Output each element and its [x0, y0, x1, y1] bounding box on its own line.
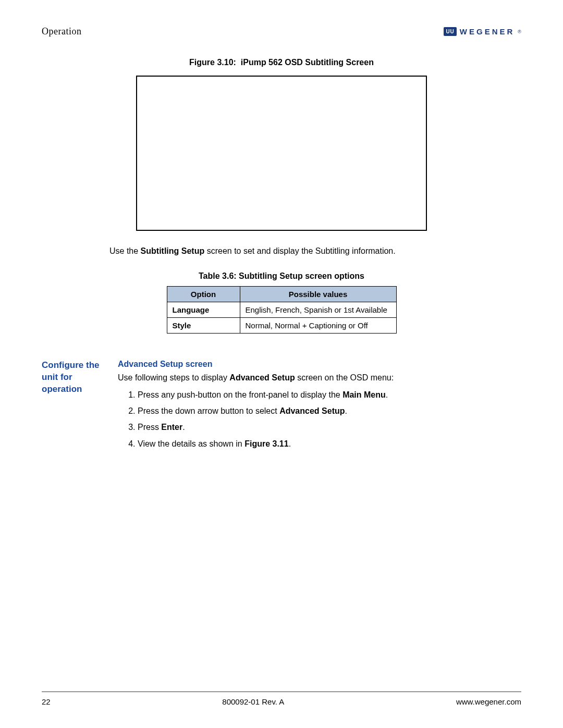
- step-text: .: [386, 390, 388, 399]
- list-item: View the details as shown in Figure 3.11…: [138, 438, 521, 450]
- list-item: Press Enter.: [138, 421, 521, 433]
- logo-text: WEGENER: [460, 27, 515, 36]
- intro-bold: Subtitling Setup: [141, 246, 205, 255]
- step-text: Press: [138, 423, 161, 431]
- table-row: Language English, French, Spanish or 1st…: [167, 302, 396, 318]
- configure-body: Advanced Setup screen Use following step…: [118, 360, 521, 454]
- brand-logo: UU WEGENER®: [444, 27, 521, 36]
- page-number: 22: [42, 697, 51, 706]
- config-intro: Use following steps to display Advanced …: [118, 373, 521, 382]
- figure-caption-prefix: Figure 3.10:: [189, 58, 236, 67]
- list-item: Press the down arrow button to select Ad…: [138, 405, 521, 417]
- page-content: Operation UU WEGENER® Figure 3.10: iPump…: [42, 26, 521, 707]
- step-text: .: [182, 423, 185, 431]
- doc-reference: 800092-01 Rev. A: [222, 697, 284, 706]
- logo-badge-icon: UU: [444, 27, 456, 36]
- list-item: Press any push-button on the front-panel…: [138, 389, 521, 401]
- step-bold: Enter: [161, 423, 182, 431]
- configure-section: Configure the unit for operation Advance…: [42, 360, 521, 454]
- step-text: .: [289, 439, 291, 448]
- sub-heading: Advanced Setup screen: [118, 360, 521, 369]
- page-header: Operation UU WEGENER®: [42, 26, 521, 37]
- footer-row: 22 800092-01 Rev. A www.wegener.com: [42, 697, 521, 706]
- table-cell-option: Style: [167, 318, 240, 334]
- figure-caption: Figure 3.10: iPump 562 OSD Subtitling Sc…: [42, 58, 521, 67]
- table-cell-option: Language: [167, 302, 240, 318]
- config-intro-post: screen on the OSD menu:: [295, 373, 394, 382]
- step-text: Press any push-button on the front-panel…: [138, 390, 342, 399]
- section-title: Operation: [42, 26, 81, 37]
- options-table: Option Possible values Language English,…: [167, 286, 397, 334]
- step-bold: Figure 3.11: [244, 439, 288, 448]
- config-intro-pre: Use following steps to display: [118, 373, 229, 382]
- steps-list: Press any push-button on the front-panel…: [138, 389, 521, 450]
- intro-post: screen to set and display the Subtitling…: [204, 246, 395, 255]
- figure-placeholder: [136, 76, 427, 231]
- figure-caption-title: iPump 562 OSD Subtitling Screen: [241, 58, 374, 67]
- intro-paragraph: Use the Subtitling Setup screen to set a…: [109, 246, 521, 256]
- table-header-values: Possible values: [240, 287, 396, 302]
- step-text: View the details as shown in: [138, 439, 244, 448]
- table-row: Style Normal, Normal + Captioning or Off: [167, 318, 396, 334]
- registered-mark-icon: ®: [518, 29, 521, 34]
- table-caption: Table 3.6: Subtitling Setup screen optio…: [42, 272, 521, 281]
- step-text: .: [345, 406, 347, 415]
- step-bold: Main Menu: [342, 390, 386, 399]
- table-cell-values: Normal, Normal + Captioning or Off: [240, 318, 396, 334]
- footer-rule: [42, 692, 521, 692]
- table-header-row: Option Possible values: [167, 287, 396, 302]
- table-header-option: Option: [167, 287, 240, 302]
- table-cell-values: English, French, Spanish or 1st Availabl…: [240, 302, 396, 318]
- page-footer: 22 800092-01 Rev. A www.wegener.com: [42, 692, 521, 706]
- footer-url: www.wegener.com: [456, 697, 521, 706]
- intro-pre: Use the: [109, 246, 141, 255]
- step-bold: Advanced Setup: [279, 406, 345, 415]
- config-intro-bold: Advanced Setup: [229, 373, 295, 382]
- step-text: Press the down arrow button to select: [138, 406, 279, 415]
- side-heading: Configure the unit for operation: [42, 360, 109, 454]
